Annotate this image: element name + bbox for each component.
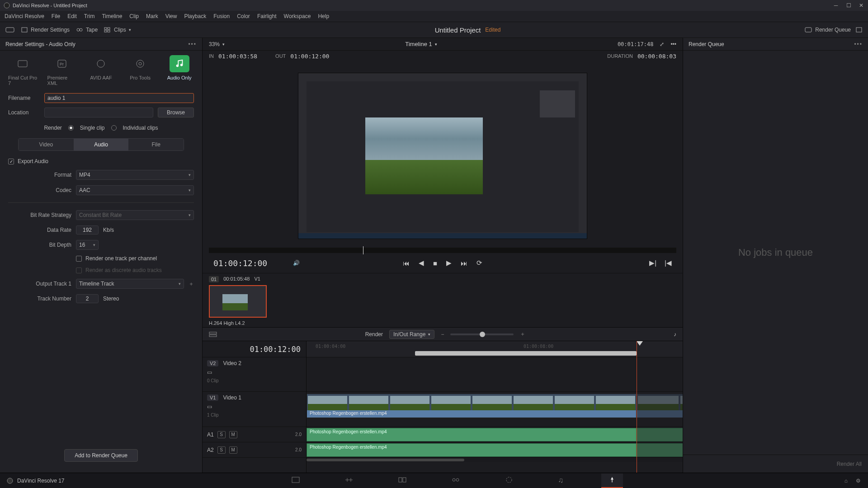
viewer-frame[interactable]: [298, 73, 587, 239]
track-header-a1[interactable]: A1 S M 2.0: [203, 427, 306, 442]
menu-clip[interactable]: Clip: [129, 13, 139, 19]
menu-timeline[interactable]: Timeline: [102, 13, 122, 19]
mute-button[interactable]: M: [229, 446, 237, 454]
solo-button[interactable]: S: [217, 431, 226, 438]
next-clip-button[interactable]: ▶|: [649, 259, 656, 267]
window-close-button[interactable]: ✕: [858, 2, 864, 9]
zoom-slider[interactable]: [450, 333, 514, 335]
timeline-horizontal-scrollbar[interactable]: [307, 458, 683, 462]
track-lane-a1[interactable]: Photoshop Regenbogen erstellen.mp4: [307, 427, 683, 442]
clip-thumbnail[interactable]: [209, 285, 267, 318]
add-track-icon[interactable]: ＋: [189, 280, 194, 288]
audio-clip-a1[interactable]: Photoshop Regenbogen erstellen.mp4: [307, 428, 637, 441]
video-clip-outside[interactable]: [637, 394, 683, 418]
menu-playback[interactable]: Playback: [184, 13, 206, 19]
timeline-name-dropdown[interactable]: Timeline 1▾: [405, 41, 437, 47]
location-input[interactable]: [44, 108, 153, 117]
project-settings-icon[interactable]: ⚙: [856, 478, 861, 484]
menu-davinci[interactable]: DaVinci Resolve: [5, 13, 44, 19]
menu-file[interactable]: File: [52, 13, 60, 19]
menu-view[interactable]: View: [165, 13, 177, 19]
menu-color[interactable]: Color: [237, 13, 250, 19]
tab-file[interactable]: File: [128, 139, 184, 150]
data-rate-input[interactable]: [76, 225, 99, 235]
menu-fairlight[interactable]: Fairlight: [257, 13, 277, 19]
playhead-flag[interactable]: [637, 341, 643, 346]
expand-icon[interactable]: [855, 27, 863, 33]
track-lane-a2[interactable]: Photoshop Regenbogen erstellen.mp4: [307, 442, 683, 458]
audio-clip-a2-outside[interactable]: [637, 443, 683, 457]
browse-button[interactable]: Browse: [158, 108, 194, 117]
render-queue-menu-icon[interactable]: •••: [854, 41, 863, 47]
solo-button[interactable]: S: [217, 446, 226, 454]
track-display-icon[interactable]: ▭: [207, 404, 302, 410]
speaker-icon[interactable]: 🔊: [293, 260, 300, 266]
timeline-ruler[interactable]: 01:00:04:00 01:00:08:00 01:00:12:00: [307, 341, 683, 357]
page-fusion-icon[interactable]: [445, 474, 467, 488]
track-lane-v2[interactable]: [307, 357, 683, 392]
clips-button[interactable]: Clips ▾: [104, 27, 131, 33]
filename-input[interactable]: [44, 93, 194, 103]
menu-mark[interactable]: Mark: [146, 13, 158, 19]
mute-button[interactable]: M: [229, 431, 237, 438]
page-media-icon[interactable]: [285, 474, 307, 488]
zoom-in-icon[interactable]: ＋: [520, 330, 525, 338]
menu-workspace[interactable]: Workspace: [284, 13, 311, 19]
page-deliver-icon[interactable]: [601, 474, 623, 488]
track-lane-v1[interactable]: Photoshop Regenbogen erstellen.mp4: [307, 392, 683, 427]
prev-frame-button[interactable]: ◀: [419, 259, 424, 267]
preset-audioonly[interactable]: Audio Only: [165, 55, 194, 86]
page-fairlight-icon[interactable]: ♫: [552, 474, 570, 488]
individual-clips-radio[interactable]: [111, 125, 117, 131]
page-edit-icon[interactable]: [392, 474, 413, 488]
track-header-v1[interactable]: V1Video 1 ▭ 1 Clip: [203, 392, 306, 427]
music-note-icon[interactable]: ♪: [674, 331, 676, 338]
viewer-scrubber[interactable]: [209, 248, 676, 253]
preset-protools[interactable]: Pro Tools: [126, 55, 155, 86]
preset-premiere[interactable]: PrPremiere XML: [47, 55, 77, 86]
audio-clip-a2[interactable]: Photoshop Regenbogen erstellen.mp4: [307, 443, 637, 457]
page-cut-icon[interactable]: [338, 474, 360, 488]
prev-clip-button[interactable]: |◀: [665, 259, 672, 267]
menu-edit[interactable]: Edit: [67, 13, 77, 19]
first-frame-button[interactable]: ⏮: [403, 259, 410, 267]
window-minimize-button[interactable]: ─: [833, 2, 839, 9]
output-track-select[interactable]: Timeline Track▾: [76, 279, 184, 289]
video-clip[interactable]: Photoshop Regenbogen erstellen.mp4: [307, 394, 637, 418]
single-clip-radio[interactable]: [68, 125, 74, 131]
tape-button[interactable]: Tape: [76, 27, 98, 33]
zoom-dropdown[interactable]: 33%▾: [209, 41, 225, 47]
render-queue-toggle[interactable]: Render Queue: [804, 27, 851, 33]
menu-trim[interactable]: Trim: [84, 13, 95, 19]
page-color-icon[interactable]: [498, 474, 520, 488]
loop-button[interactable]: ⟳: [476, 259, 482, 267]
panel-menu-icon[interactable]: •••: [188, 41, 197, 47]
window-maximize-button[interactable]: ☐: [845, 2, 852, 9]
viewer-menu-icon[interactable]: •••: [670, 41, 676, 47]
bit-depth-select[interactable]: 16▾: [76, 240, 99, 250]
menu-fusion[interactable]: Fusion: [213, 13, 230, 19]
preset-finalcut[interactable]: Final Cut Pro 7: [8, 55, 38, 86]
track-display-icon[interactable]: ▭: [207, 369, 302, 375]
track-header-v2[interactable]: V2Video 2 ▭ 0 Clip: [203, 357, 306, 392]
add-to-render-queue-button[interactable]: Add to Render Queue: [64, 449, 138, 462]
next-frame-button[interactable]: ⏭: [461, 259, 467, 267]
preset-avid[interactable]: AVID AAF: [86, 55, 116, 86]
zoom-out-icon[interactable]: −: [441, 331, 444, 338]
export-audio-checkbox[interactable]: [8, 159, 14, 164]
track-header-a2[interactable]: A2 S M 2.0: [203, 442, 306, 458]
menu-help[interactable]: Help: [318, 13, 329, 19]
playhead[interactable]: [637, 341, 637, 473]
render-settings-button[interactable]: Render Settings: [21, 27, 70, 33]
audio-clip-a1-outside[interactable]: [637, 428, 683, 441]
home-icon[interactable]: ⌂: [844, 478, 848, 484]
inout-range-bar[interactable]: [415, 351, 637, 356]
one-track-checkbox[interactable]: [76, 256, 82, 262]
stop-button[interactable]: ■: [433, 259, 437, 267]
track-number-input[interactable]: [76, 294, 99, 303]
render-range-select[interactable]: In/Out Range▾: [389, 330, 434, 339]
tracks-area[interactable]: 01:00:04:00 01:00:08:00 01:00:12:00 Phot…: [307, 341, 683, 473]
tab-audio[interactable]: Audio: [74, 139, 129, 150]
tab-video[interactable]: Video: [19, 139, 74, 150]
viewer-expand-icon[interactable]: ⤢: [660, 41, 664, 47]
